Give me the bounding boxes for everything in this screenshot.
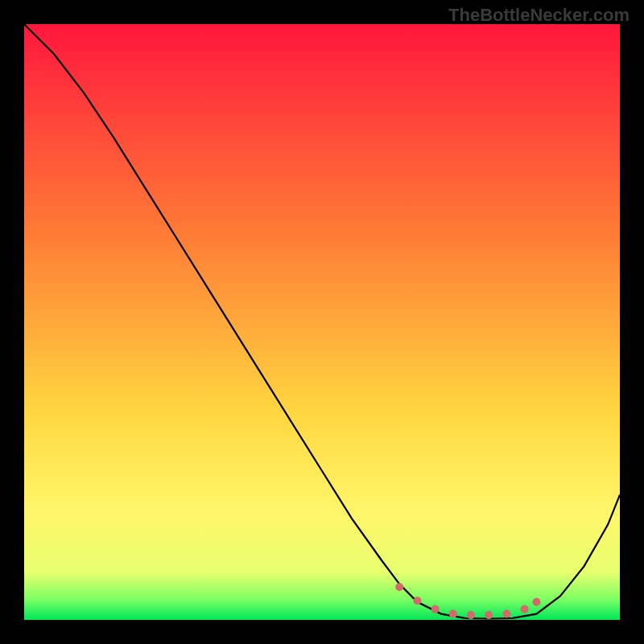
optimal-dot bbox=[431, 605, 440, 613]
gradient-background bbox=[24, 24, 620, 620]
chart-container bbox=[24, 24, 620, 620]
optimal-dot bbox=[395, 583, 403, 591]
optimal-dot bbox=[502, 610, 510, 618]
optimal-dot bbox=[449, 610, 457, 618]
bottleneck-chart bbox=[24, 24, 620, 620]
optimal-dot bbox=[467, 611, 475, 619]
optimal-dot bbox=[532, 598, 540, 606]
optimal-dot bbox=[521, 605, 529, 613]
optimal-dot bbox=[413, 597, 421, 605]
watermark-text: TheBottleNecker.com bbox=[448, 5, 630, 26]
optimal-dot bbox=[485, 611, 493, 619]
